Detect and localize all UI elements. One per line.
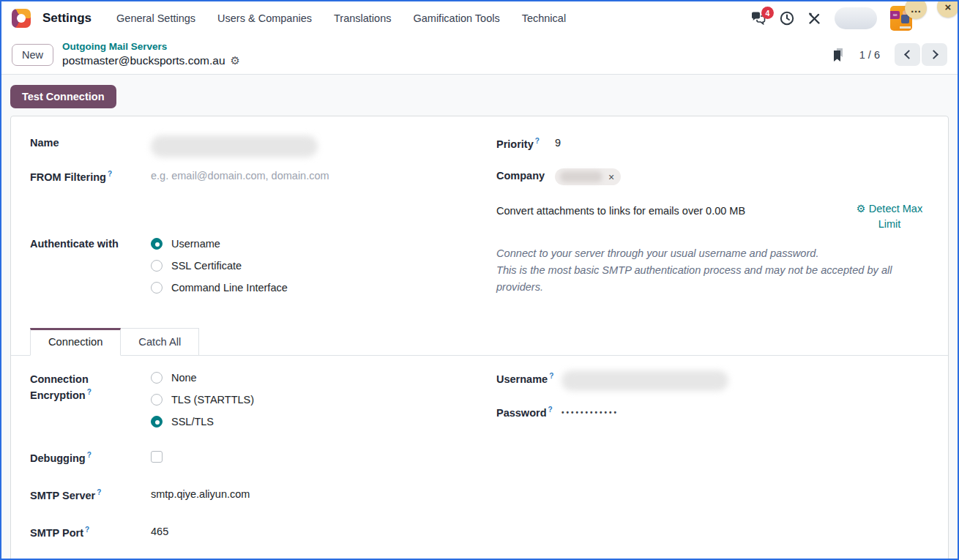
smtp-username-input-blurred[interactable] (561, 370, 728, 391)
detect-max-limit-link[interactable]: ⚙Detect Max Limit (850, 201, 929, 232)
menu-technical[interactable]: Technical (522, 12, 566, 24)
radio-checked-icon[interactable] (151, 238, 163, 250)
name-label: Name (30, 135, 151, 149)
radio-checked-icon[interactable] (151, 416, 163, 428)
breadcrumb: Outgoing Mail Servers postmaster@buckspo… (62, 41, 240, 67)
field-company-row: Company × (496, 168, 929, 195)
company-label: Company (496, 168, 555, 182)
auth-option-username[interactable]: Username (151, 238, 288, 250)
auth-option-cli[interactable]: Command Line Interface (151, 282, 288, 294)
notebook-tabs: Connection Catch All (11, 328, 948, 356)
record-title-text: postmaster@bucksports.com.au (62, 53, 225, 67)
help-icon[interactable]: ? (548, 406, 553, 414)
help-icon[interactable]: ? (535, 137, 540, 145)
encryption-option-none[interactable]: None (151, 372, 254, 384)
help-icon[interactable]: ? (108, 170, 112, 178)
browser-window: … × Settings General Settings Users & Co… (0, 0, 959, 560)
smtp-port-label: SMTP Port? (30, 524, 151, 539)
from-filtering-label: FROM Filtering? (30, 168, 151, 183)
encryption-radio-group: None TLS (STARTTLS) SSL/TLS (151, 370, 254, 428)
name-input-blurred[interactable] (151, 135, 318, 157)
test-connection-button[interactable]: Test Connection (10, 85, 116, 108)
field-authenticate-row: Authenticate with Username SSL Certifica… (30, 236, 463, 294)
field-smtp-port-row: SMTP Port? 465 (30, 524, 463, 551)
chevron-right-icon (929, 50, 939, 59)
radio-unchecked-icon[interactable] (151, 260, 163, 272)
activities-clock-icon[interactable] (780, 11, 794, 26)
menu-general-settings[interactable]: General Settings (116, 12, 195, 24)
help-icon[interactable]: ? (97, 488, 101, 496)
field-debugging-row: Debugging? (30, 449, 463, 477)
attachments-text: Convert attachments to links for emails … (496, 201, 745, 232)
record-settings-gear-icon[interactable]: ⚙ (231, 54, 240, 68)
encryption-option-ssl-tls[interactable]: SSL/TLS (151, 416, 254, 428)
connection-grid: Connection Encryption? None TLS (STARTTL… (30, 370, 929, 551)
menu-translations[interactable]: Translations (334, 12, 391, 24)
authenticate-with-label: Authenticate with (30, 236, 151, 250)
field-encryption-row: Connection Encryption? None TLS (STARTTL… (30, 370, 463, 428)
smtp-server-value[interactable]: smtp.qiye.aliyun.com (151, 487, 250, 500)
tools-icon[interactable] (807, 12, 821, 26)
connection-right-column: Username? Password? •••••••••••• (496, 370, 929, 551)
tab-connection[interactable]: Connection (30, 328, 121, 356)
pager-buttons (895, 43, 947, 66)
auth-option-ssl-certificate[interactable]: SSL Certificate (151, 260, 288, 272)
encryption-option-tls[interactable]: TLS (STARTTLS) (151, 394, 254, 406)
bookmark-icon[interactable] (832, 48, 845, 62)
tab-catch-all[interactable]: Catch All (121, 328, 199, 356)
avatar-infinity-chip: ∞ (890, 11, 900, 19)
smtp-password-label: Password? (496, 404, 561, 419)
pager-counter: 1 / 6 (859, 49, 880, 61)
debugging-checkbox[interactable] (151, 451, 163, 463)
connection-left-column: Connection Encryption? None TLS (STARTTL… (30, 370, 463, 551)
radio-unchecked-icon[interactable] (151, 394, 163, 406)
auth-help-text: Connect to your server through your usua… (496, 244, 906, 296)
messages-count-badge: 4 (761, 7, 774, 19)
pager-next-button[interactable] (922, 43, 947, 66)
radio-unchecked-icon[interactable] (151, 282, 163, 294)
field-username-row: Username? (496, 370, 929, 397)
main-content: Test Connection Name FROM Filtering? e.g… (1, 75, 958, 560)
radio-unchecked-icon[interactable] (151, 372, 163, 384)
debugging-label: Debugging? (30, 449, 151, 464)
help-icon[interactable]: ? (85, 526, 89, 534)
main-menu: General Settings Users & Companies Trans… (116, 12, 566, 24)
smtp-server-label: SMTP Server? (30, 487, 151, 501)
field-password-row: Password? •••••••••••• (496, 404, 929, 431)
company-tag-blurred (560, 171, 602, 182)
connection-encryption-label: Connection Encryption? (30, 370, 151, 403)
help-icon[interactable]: ? (87, 451, 92, 459)
from-filtering-input[interactable]: e.g. email@domain.com, domain.com (151, 168, 329, 182)
gear-icon: ⚙ (857, 203, 866, 214)
field-smtp-server-row: SMTP Server? smtp.qiye.aliyun.com (30, 487, 463, 514)
field-from-filtering-row: FROM Filtering? e.g. email@domain.com, d… (30, 168, 463, 195)
chevron-left-icon (904, 50, 914, 59)
priority-label: Priority? (496, 135, 555, 150)
odoo-app-logo-icon[interactable] (12, 9, 31, 28)
control-panel: New Outgoing Mail Servers postmaster@buc… (1, 35, 958, 75)
company-tag[interactable]: × (555, 168, 621, 185)
messages-icon[interactable]: 4 (750, 12, 766, 25)
avatar-figure-seat (900, 26, 911, 29)
app-title[interactable]: Settings (42, 11, 92, 26)
new-button[interactable]: New (12, 44, 53, 66)
field-priority-row: Priority? 9 (496, 135, 929, 163)
form-upper-grid: Name FROM Filtering? e.g. email@domain.c… (11, 135, 948, 296)
pager-area: 1 / 6 (832, 43, 947, 66)
smtp-port-value[interactable]: 465 (151, 524, 168, 537)
form-sheet: Name FROM Filtering? e.g. email@domain.c… (10, 116, 949, 560)
top-navbar: Settings General Settings Users & Compan… (1, 1, 958, 35)
smtp-username-label: Username? (496, 370, 561, 385)
help-icon[interactable]: ? (87, 388, 92, 396)
menu-gamification-tools[interactable]: Gamification Tools (413, 12, 499, 24)
tag-remove-icon[interactable]: × (608, 172, 614, 182)
breadcrumb-parent-link[interactable]: Outgoing Mail Servers (62, 41, 240, 53)
menu-users-companies[interactable]: Users & Companies (217, 12, 312, 24)
pager-previous-button[interactable] (895, 43, 920, 66)
form-right-column: Priority? 9 Company × Convert attachment… (496, 135, 929, 296)
priority-value[interactable]: 9 (555, 135, 561, 149)
field-name-row: Name (30, 135, 463, 163)
smtp-password-masked-value[interactable]: •••••••••••• (561, 404, 619, 417)
user-name-blurred[interactable] (835, 7, 877, 29)
help-icon[interactable]: ? (549, 372, 553, 380)
